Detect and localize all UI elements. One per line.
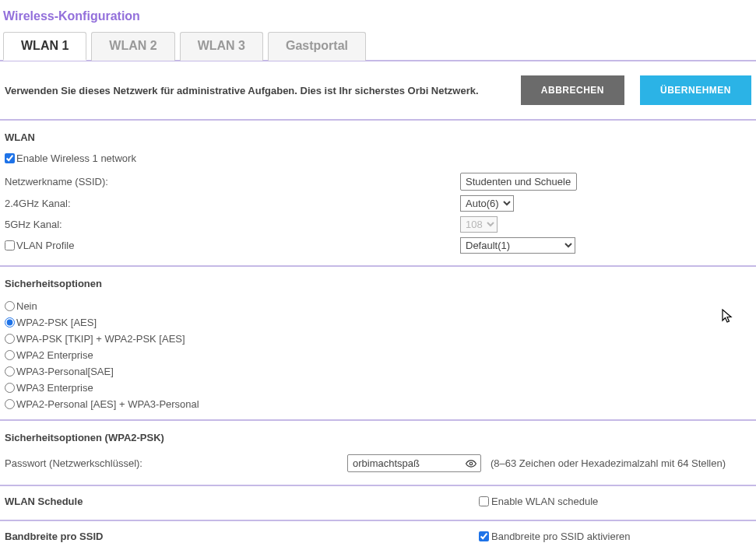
vlan-profile-label: VLAN Profile — [16, 240, 74, 251]
security-mixedpsk-radio[interactable] — [5, 334, 15, 344]
apply-button[interactable]: ÜBERNEHMEN — [640, 75, 751, 105]
psk-heading: Sicherheitsoptionen (WPA2-PSK) — [5, 427, 751, 451]
tab-wlan2[interactable]: WLAN 2 — [91, 32, 174, 61]
tab-wlan3[interactable]: WLAN 3 — [180, 32, 263, 61]
enable-wireless-checkbox[interactable] — [5, 153, 15, 163]
security-none-label: Nein — [16, 300, 37, 312]
channel-5-select: 108 — [460, 216, 498, 233]
security-wpa2psk-radio[interactable] — [5, 317, 15, 328]
schedule-enable-checkbox[interactable] — [479, 496, 489, 506]
security-none-radio[interactable] — [5, 301, 15, 311]
bandwidth-heading: Bandbreite pro SSID — [5, 527, 103, 545]
bandwidth-enable-label: Bandbreite pro SSID aktivieren — [491, 531, 630, 542]
security-wpa2ent-radio[interactable] — [5, 350, 15, 360]
security-wpa2wpa3-label: WPA2-Personal [AES] + WPA3-Personal — [16, 398, 199, 410]
schedule-heading: WLAN Schedule — [5, 492, 83, 510]
schedule-enable-label: Enable WLAN schedule — [491, 496, 598, 507]
bandwidth-section: Bandbreite pro SSID Bandbreite pro SSID … — [0, 521, 756, 555]
ssid-input[interactable] — [460, 173, 577, 191]
password-input[interactable] — [347, 454, 481, 472]
security-wpa2ent-label: WPA2 Enterprise — [16, 349, 93, 361]
security-wpa3sae-label: WPA3-Personal[SAE] — [16, 366, 114, 377]
tab-wlan1[interactable]: WLAN 1 — [3, 32, 86, 61]
svg-point-0 — [469, 462, 473, 465]
security-section: Sicherheitsoptionen Nein WPA2-PSK [AES] … — [0, 267, 756, 421]
password-label: Passwort (Netzwerkschlüssel): — [5, 457, 347, 469]
wlan-heading: WLAN — [5, 127, 751, 151]
ssid-label: Netzwerkname (SSID): — [5, 176, 460, 187]
channel-5-label: 5GHz Kanal: — [5, 219, 460, 230]
channel-24-label: 2.4GHz Kanal: — [5, 198, 460, 209]
security-heading: Sicherheitsoptionen — [5, 273, 751, 297]
vlan-profile-select[interactable]: Default(1) — [460, 237, 575, 254]
psk-section: Sicherheitsoptionen (WPA2-PSK) Passwort … — [0, 421, 756, 486]
channel-24-select[interactable]: Auto(6) — [460, 195, 514, 212]
tabs: WLAN 1 WLAN 2 WLAN 3 Gastportal — [0, 31, 756, 61]
action-bar: Verwenden Sie dieses Netzwerk für admini… — [0, 61, 756, 121]
security-mixedpsk-label: WPA-PSK [TKIP] + WPA2-PSK [AES] — [16, 333, 185, 345]
vlan-profile-checkbox[interactable] — [5, 240, 15, 250]
security-wpa3sae-radio[interactable] — [5, 366, 15, 377]
enable-wireless-label: Enable Wireless 1 network — [16, 152, 136, 164]
bandwidth-enable-checkbox[interactable] — [479, 531, 489, 541]
network-description: Verwenden Sie dieses Netzwerk für admini… — [5, 85, 479, 96]
security-wpa3ent-label: WPA3 Enterprise — [16, 382, 93, 394]
security-wpa2wpa3-radio[interactable] — [5, 399, 15, 409]
tab-gastportal[interactable]: Gastportal — [268, 32, 366, 61]
security-wpa3ent-radio[interactable] — [5, 383, 15, 393]
security-wpa2psk-label: WPA2-PSK [AES] — [16, 317, 97, 328]
page-title: Wireless-Konfiguration — [0, 0, 756, 31]
schedule-section: WLAN Schedule Enable WLAN schedule — [0, 486, 756, 521]
password-hint: (8–63 Zeichen oder Hexadezimalzahl mit 6… — [491, 457, 726, 469]
eye-icon[interactable] — [466, 458, 476, 469]
cancel-button[interactable]: ABBRECHEN — [521, 75, 624, 105]
wlan-section: WLAN Enable Wireless 1 network Netzwerkn… — [0, 121, 756, 267]
